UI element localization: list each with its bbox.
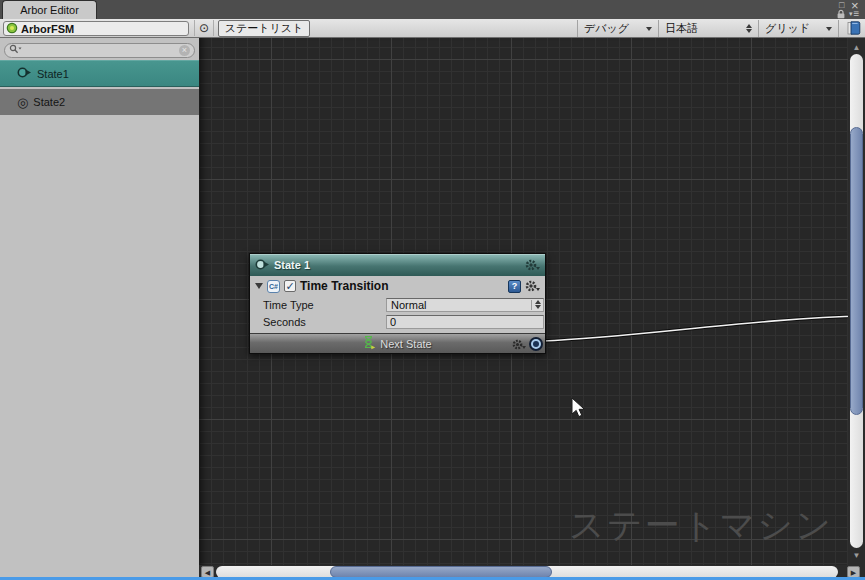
state-node[interactable]: State 1 C# ✓ Time Transition ? Time Type… [249, 253, 546, 354]
next-state-link[interactable]: Next State [250, 333, 545, 353]
hourglass-icon [363, 335, 376, 352]
time-type-value: Normal [391, 299, 426, 311]
behaviour-enabled-checkbox[interactable]: ✓ [284, 280, 296, 292]
chevron-down-icon [826, 27, 832, 31]
state-icon: ◎ [17, 96, 28, 109]
graph-object-name: ArborFSM [21, 23, 74, 35]
vertical-scrollbar[interactable]: ▲ ▼ [848, 38, 865, 566]
port-dot [533, 341, 539, 347]
search-input[interactable] [22, 45, 179, 56]
arbor-editor-window: { "colors": { "accent_teal": "#3f8e89", … [0, 0, 865, 580]
search-icon [9, 44, 22, 57]
book-icon [846, 20, 862, 38]
behaviour-header[interactable]: C# ✓ Time Transition ? [250, 276, 545, 296]
state-node-title: State 1 [274, 259, 521, 271]
seconds-input[interactable] [386, 315, 544, 329]
chevron-down-icon [646, 27, 652, 31]
scroll-up-icon[interactable]: ▲ [848, 43, 865, 52]
graph-object-field[interactable]: ArborFSM [3, 21, 189, 36]
transition-port[interactable] [529, 337, 543, 351]
object-picker-button[interactable]: ⊙ [194, 20, 214, 36]
state-list-panel: × State1 ◎ State2 [0, 38, 199, 580]
property-row: Seconds [250, 313, 545, 330]
window-tab[interactable]: Arbor Editor [2, 0, 97, 19]
sidebar-item-state1[interactable]: State1 [0, 60, 199, 87]
state-list-label: ステートリスト [225, 21, 304, 36]
start-state-icon [255, 258, 270, 273]
property-row: Time Type Normal [250, 296, 545, 313]
arbor-logo-icon [6, 22, 18, 36]
toolbar: ArborFSM ⊙ ステートリスト デバッグ 日本語 グリッド [0, 19, 865, 38]
behaviour-settings-button[interactable] [525, 280, 540, 292]
debug-dropdown-label: デバッグ [584, 21, 629, 36]
property-label: Time Type [263, 299, 386, 311]
time-type-dropdown[interactable]: Normal [386, 298, 544, 312]
scroll-down-icon[interactable]: ▼ [848, 551, 865, 560]
grid-dropdown-label: グリッド [765, 21, 810, 36]
language-dropdown[interactable]: 日本語 [658, 20, 758, 37]
state-node-header[interactable]: State 1 [250, 254, 545, 276]
state-settings-button[interactable] [525, 259, 540, 271]
language-dropdown-label: 日本語 [665, 21, 698, 36]
menu-arrow-icon: ▾ [849, 10, 853, 18]
tab-bar: Arbor Editor □ × ▾≡ [0, 0, 865, 19]
popup-arrows-icon [535, 300, 541, 309]
divider [531, 300, 532, 310]
sidebar-item-state2[interactable]: ◎ State2 [0, 89, 199, 115]
vertical-scroll-thumb[interactable] [850, 127, 863, 415]
state-name: State2 [33, 96, 65, 108]
state-list-toggle-button[interactable]: ステートリスト [218, 20, 310, 37]
property-label: Seconds [263, 316, 386, 328]
link-settings-button[interactable] [512, 339, 526, 350]
object-picker-icon: ⊙ [199, 21, 209, 35]
start-state-icon [17, 66, 32, 81]
chevron-down-icon [536, 267, 540, 270]
hamburger-icon: ≡ [854, 8, 860, 19]
window-tab-title: Arbor Editor [20, 4, 79, 16]
manual-button[interactable] [845, 20, 862, 37]
csharp-script-icon: C# [267, 280, 280, 293]
search-clear-icon[interactable]: × [179, 45, 190, 56]
debug-dropdown[interactable]: デバッグ [577, 20, 658, 37]
grid-dropdown[interactable]: グリッド [758, 20, 839, 37]
chevron-down-icon [536, 288, 540, 291]
watermark-text: ステートマシン [569, 502, 833, 549]
window-menu-icon[interactable]: ▾≡ [849, 8, 859, 19]
next-state-label: Next State [380, 338, 431, 350]
search-field[interactable]: × [4, 43, 195, 58]
behaviour-title: Time Transition [300, 279, 504, 293]
chevron-down-icon [522, 346, 526, 349]
foldout-arrow-icon[interactable] [255, 283, 263, 289]
behaviour-help-icon[interactable]: ? [508, 280, 521, 293]
popup-arrows-icon [746, 24, 752, 33]
state-name: State1 [37, 68, 69, 80]
